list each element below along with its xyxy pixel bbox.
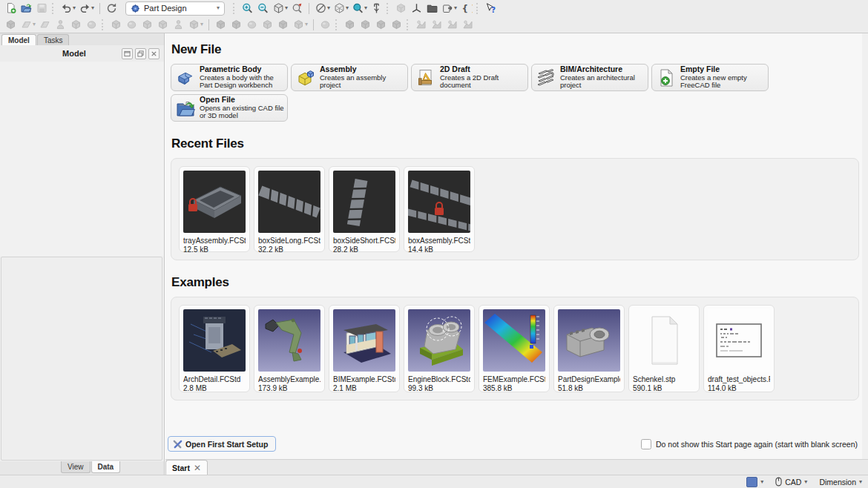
close-icon[interactable]: ✕ xyxy=(194,464,201,472)
float-icon[interactable] xyxy=(135,48,146,59)
file-thumbnail xyxy=(258,309,320,372)
unit-label: Dimension xyxy=(819,478,856,487)
file-size: 12.5 kB xyxy=(183,245,246,254)
export-icon[interactable]: ▾ xyxy=(441,1,458,15)
file-name: EngineBlock.FCStd xyxy=(408,375,470,383)
example-card-partdesignexample[interactable]: PartDesignExample.... 51.8 kB xyxy=(553,305,625,392)
example-card-draft-test-objects[interactable]: draft_test_objects.F... 114.0 kB xyxy=(703,305,775,392)
dock-icon[interactable] xyxy=(122,48,133,59)
file-name: boxSideShort.FCStd xyxy=(333,237,395,245)
navigation-style-selector[interactable]: CAD ▾ xyxy=(775,477,807,487)
new-file-card-open-file[interactable]: Open File Opens an existing CAD file or … xyxy=(171,94,288,122)
axonometric-view-icon[interactable]: ▾ xyxy=(272,1,289,15)
unit-selector[interactable]: Dimension ▾ xyxy=(819,478,862,487)
examples-heading: Examples xyxy=(171,275,853,290)
file-name: BIMExample.FCStd xyxy=(333,375,395,383)
recent-file-card-boxsideshort[interactable]: boxSideShort.FCStd 28.2 kB xyxy=(329,166,400,252)
example-card-femexample[interactable]: FEMExample.FCStd 385.8 kB xyxy=(479,305,550,392)
close-icon[interactable] xyxy=(148,48,160,59)
toolbar-separator xyxy=(99,3,100,14)
new-file-grid: Parametric Body Creates a body with the … xyxy=(171,64,859,122)
draw-style-icon[interactable]: ▾ xyxy=(314,1,331,15)
new-file-card-assembly[interactable]: Assembly Creates an assembly project xyxy=(291,64,408,91)
new-file-card-title: Parametric Body xyxy=(200,65,284,74)
file-toolbar: ▾▾ xyxy=(3,1,119,15)
expression-editor-icon[interactable]: { } xyxy=(459,1,473,15)
example-card-schenkel[interactable]: Schenkel.stp 590.1 kB xyxy=(628,305,700,392)
example-card-engineblock[interactable]: EngineBlock.FCStd 99.3 kB xyxy=(404,305,475,392)
color-scheme-selector[interactable]: ▾ xyxy=(746,477,763,487)
new-file-card-2d-draft[interactable]: 2D Draft Creates a 2D Draft document xyxy=(411,64,528,91)
panel-title: Model xyxy=(4,49,122,58)
tab-view[interactable]: View xyxy=(61,461,91,473)
view-toolbar: ▾▾▾▾▾{ }? xyxy=(231,1,499,15)
status-bar: ▾ CAD ▾ Dimension ▾ xyxy=(0,475,868,488)
chevron-down-icon: ▾ xyxy=(327,5,330,11)
toolbar-row-1: ▾▾ Part Design ▾ ▾▾▾▾▾{ }? xyxy=(0,0,868,16)
file-thumbnail xyxy=(408,309,470,372)
file-name: boxSideLong.FCStd xyxy=(258,237,320,245)
main-toolbar: ▾▾ Part Design ▾ ▾▾▾▾▾{ }? ▾▾▾ xyxy=(0,0,868,33)
folder-icon[interactable] xyxy=(425,1,439,15)
tab-data[interactable]: Data xyxy=(91,461,121,473)
zoom-out-icon[interactable] xyxy=(256,1,270,15)
hide-start-page-checkbox[interactable]: Do not show this Start page again (start… xyxy=(641,439,858,449)
new-file-card-description: Creates a new empty FreeCAD file xyxy=(680,74,765,90)
revolution-icon xyxy=(125,18,139,31)
example-card-bimexample[interactable]: BIMExample.FCStd 2.1 MB xyxy=(329,305,400,392)
setup-tools-icon xyxy=(173,439,183,449)
new-file-card-title: Assembly xyxy=(320,65,404,74)
file-size: 14.4 kB xyxy=(408,245,470,254)
tab-tasks[interactable]: Tasks xyxy=(37,34,70,45)
chamfer-icon xyxy=(343,18,357,31)
subtractive-loft-icon xyxy=(260,18,274,31)
checkbox-box[interactable] xyxy=(641,439,651,449)
file-thumbnail xyxy=(183,309,246,372)
chevron-down-icon: ▾ xyxy=(305,22,308,27)
chevron-down-icon: ▾ xyxy=(285,5,288,11)
view-cube-icon[interactable]: ▾ xyxy=(332,1,349,15)
file-thumbnail xyxy=(333,171,395,233)
new-file-card-parametric-body[interactable]: Parametric Body Creates a body with the … xyxy=(171,64,288,91)
bim-architecture-icon xyxy=(535,67,557,88)
recent-file-card-boxsidelong[interactable]: boxSideLong.FCStd 32.2 kB xyxy=(254,166,325,252)
new-file-icon[interactable] xyxy=(4,1,18,15)
setup-button-label: Open First Start Setup xyxy=(185,440,268,449)
2d-draft-icon xyxy=(415,67,437,88)
new-file-card-title: 2D Draft xyxy=(440,65,525,74)
new-file-card-empty-file[interactable]: Empty File Creates a new empty FreeCAD f… xyxy=(651,64,769,91)
file-name: AssemblyExample.F... xyxy=(258,375,320,383)
draft-icon xyxy=(358,18,372,31)
new-file-card-description: Creates a 2D Draft document xyxy=(440,74,525,90)
tab-start[interactable]: Start ✕ xyxy=(165,460,208,475)
file-name: FEMExample.FCStd xyxy=(483,375,545,383)
open-file-icon[interactable] xyxy=(19,1,33,15)
new-file-card-bim-architecture[interactable]: BIM/Architecture Creates an architectura… xyxy=(531,64,648,91)
measure-icon[interactable] xyxy=(369,1,384,15)
tab-model[interactable]: Model xyxy=(1,34,36,45)
undo-icon[interactable]: ▾ xyxy=(59,1,76,15)
new-file-card-title: Empty File xyxy=(680,65,765,74)
parametric-body-icon xyxy=(174,67,197,88)
fit-selection-icon[interactable] xyxy=(290,1,304,15)
axis-cross-icon[interactable] xyxy=(410,1,424,15)
example-card-assemblyexample[interactable]: AssemblyExample.F... 173.9 kB xyxy=(254,305,325,392)
example-card-archdetail[interactable]: ArchDetail.FCStd 2.8 MB xyxy=(179,305,250,392)
model-tree-area[interactable] xyxy=(0,62,164,256)
toolbar-separator xyxy=(476,3,481,14)
chevron-down-icon: ▾ xyxy=(364,5,367,11)
recent-file-card-boxassembly[interactable]: boxAssembly.FCStd 14.4 kB xyxy=(404,166,475,252)
open-first-start-setup-button[interactable]: Open First Start Setup xyxy=(168,436,276,452)
toolbar-separator xyxy=(233,3,237,14)
redo-icon[interactable]: ▾ xyxy=(78,1,95,15)
chevron-down-icon: ▾ xyxy=(200,22,203,27)
refresh-icon[interactable] xyxy=(105,1,119,15)
zoom-region-icon[interactable]: ▾ xyxy=(351,1,368,15)
new-file-card-description: Creates a body with the Part Design work… xyxy=(200,74,284,90)
combo-view-tabs: Model Tasks xyxy=(0,33,164,45)
property-editor-area[interactable] xyxy=(1,257,162,461)
whats-this-icon[interactable]: ? xyxy=(484,1,498,15)
zoom-in-icon[interactable] xyxy=(240,1,254,15)
recent-file-card-trayassembly[interactable]: trayAssembly.FCStd 12.5 kB xyxy=(179,166,250,252)
workbench-selector[interactable]: Part Design ▾ xyxy=(125,1,225,16)
